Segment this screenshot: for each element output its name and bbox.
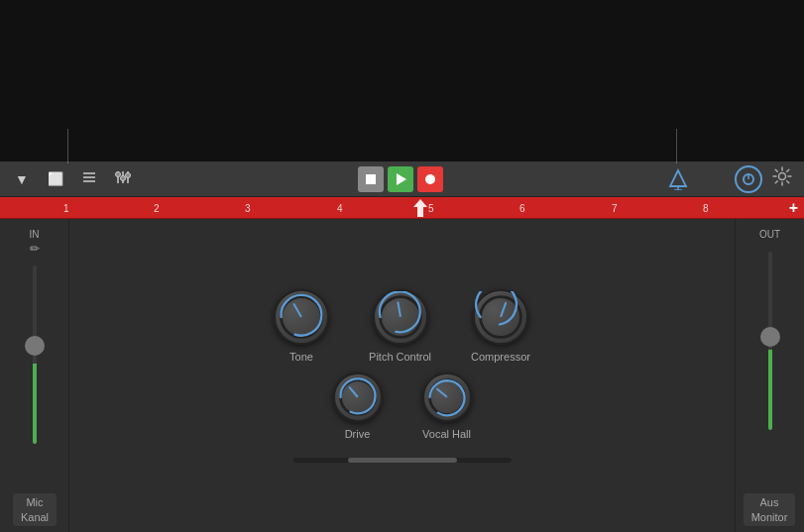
channel-strip-right: OUT AusMonitor: [735, 219, 804, 532]
scroll-track[interactable]: [293, 458, 512, 463]
stop-button[interactable]: [358, 166, 384, 192]
top-black-area: [0, 0, 804, 161]
input-fader-track: [33, 266, 37, 444]
pencil-icon[interactable]: ✏: [30, 242, 40, 256]
output-fader-track: [768, 252, 772, 430]
camera-button[interactable]: ⬜: [42, 167, 69, 191]
timeline-mark-8: 8: [703, 203, 709, 214]
mic-channel-button[interactable]: MicKanal: [13, 493, 57, 526]
compressor-knob[interactable]: [473, 289, 528, 345]
output-fader-thumb[interactable]: [760, 327, 780, 347]
timeline-mark-1: 1: [63, 203, 69, 214]
in-label: IN: [30, 229, 40, 240]
svg-point-9: [116, 172, 121, 177]
gear-icon: [772, 166, 792, 186]
input-fader-thumb[interactable]: [25, 336, 45, 356]
output-fader-green: [768, 350, 772, 430]
pitch-control-knob[interactable]: [373, 289, 428, 345]
toolbar: ▼ ⬜: [0, 161, 804, 197]
svg-marker-18: [413, 199, 427, 217]
list-button[interactable]: [75, 167, 103, 191]
camera-icon: ⬜: [48, 171, 63, 186]
timeline-mark-4: 4: [337, 203, 343, 214]
knobs-row-2: Drive Vocal Hall: [333, 372, 472, 440]
knob-group-tone: Tone: [274, 289, 329, 363]
vert-guide-left: [67, 129, 68, 163]
input-fader-green: [33, 364, 37, 444]
pitch-control-label: Pitch Control: [369, 351, 431, 363]
knob-group-drive: Drive: [333, 372, 383, 440]
knobs-area: Tone Pitch Control: [69, 219, 735, 532]
scroll-thumb[interactable]: [348, 458, 457, 463]
main-area: IN ✏ MicKanal: [0, 219, 804, 532]
settings-button[interactable]: [768, 165, 796, 193]
tone-label: Tone: [289, 351, 313, 363]
compressor-label: Compressor: [471, 351, 530, 363]
mixer-icon: [114, 169, 132, 188]
smart-controls-button[interactable]: [735, 165, 762, 193]
svg-point-11: [126, 173, 131, 178]
vocal-hall-knob[interactable]: [422, 372, 472, 422]
knobs-row-1: Tone Pitch Control: [274, 289, 530, 363]
knob-group-vocal-hall: Vocal Hall: [422, 372, 472, 440]
timeline-mark-2: 2: [154, 203, 160, 214]
knob-group-pitch-control: Pitch Control: [369, 289, 431, 363]
add-track-button[interactable]: +: [789, 199, 798, 217]
vert-guide-right: [676, 129, 677, 163]
timeline-ruler: 1 2 3 4 5 6 7 8 +: [0, 197, 804, 219]
list-icon: [81, 170, 97, 187]
timeline-mark-7: 7: [612, 203, 618, 214]
timeline-mark-6: 6: [519, 203, 525, 214]
svg-point-17: [779, 173, 786, 180]
mixer-button[interactable]: [109, 167, 137, 191]
tuner-icon: [666, 168, 690, 190]
timeline-mark-3: 3: [245, 203, 251, 214]
playhead[interactable]: [413, 199, 427, 218]
svg-point-10: [121, 176, 126, 181]
timeline-mark-5: 5: [428, 203, 434, 214]
transport-group: [358, 166, 443, 192]
tone-knob[interactable]: [274, 289, 329, 345]
record-button[interactable]: [417, 166, 443, 192]
drive-label: Drive: [345, 428, 371, 440]
tuner-button[interactable]: [663, 166, 693, 192]
knob-group-compressor: Compressor: [471, 289, 530, 363]
smart-controls-icon: [742, 172, 755, 186]
vocal-hall-label: Vocal Hall: [422, 428, 471, 440]
channel-strip-left: IN ✏ MicKanal: [0, 219, 69, 532]
svg-marker-12: [670, 170, 686, 186]
out-label: OUT: [759, 229, 780, 240]
monitor-button[interactable]: AusMonitor: [744, 493, 796, 526]
drive-knob[interactable]: [333, 372, 383, 422]
dropdown-button[interactable]: ▼: [8, 167, 36, 191]
dropdown-icon: ▼: [15, 171, 29, 187]
play-button[interactable]: [388, 166, 413, 192]
